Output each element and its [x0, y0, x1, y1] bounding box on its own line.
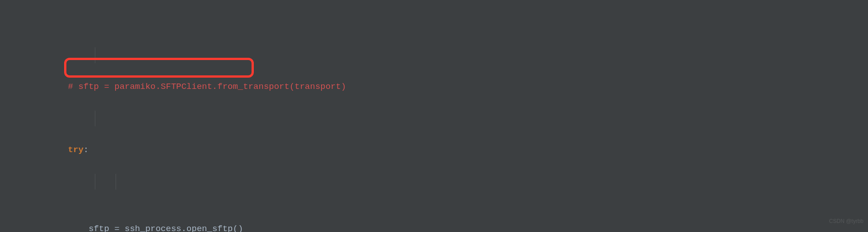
- code-editor[interactable]: # sftp = paramiko.SFTPClient.from_transp…: [0, 0, 868, 232]
- watermark: CSDN @tyrbb: [829, 213, 863, 229]
- code-line[interactable]: # sftp = paramiko.SFTPClient.from_transp…: [47, 47, 868, 63]
- comment: # sftp = paramiko.SFTPClient.from_transp…: [68, 82, 346, 92]
- code-line[interactable]: sftp = ssh_process.open_sftp(): [47, 174, 868, 190]
- keyword-try: try: [68, 145, 84, 155]
- code-line[interactable]: try:: [47, 111, 868, 126]
